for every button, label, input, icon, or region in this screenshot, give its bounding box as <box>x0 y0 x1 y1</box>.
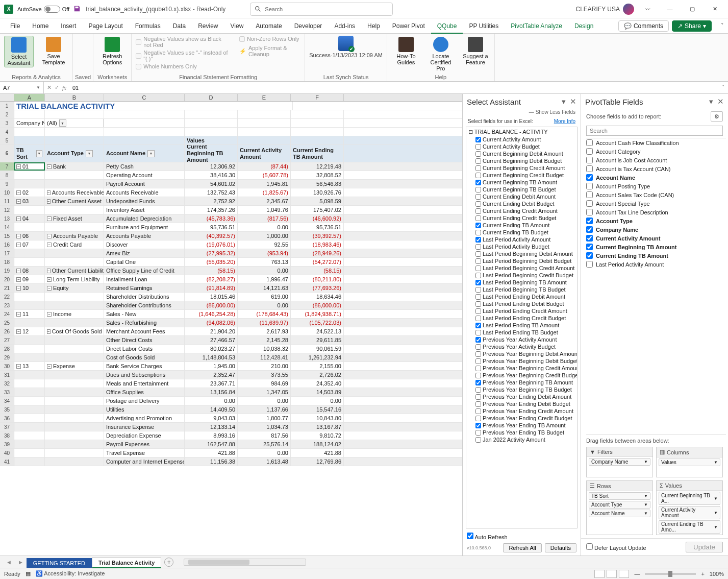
chevron-down-icon[interactable]: ▼ <box>644 460 648 464</box>
cell[interactable]: 92.55 <box>238 240 291 249</box>
cell[interactable]: (40,392.57) <box>185 232 238 240</box>
cell[interactable]: (19,076.01) <box>185 240 238 249</box>
field-tree[interactable]: ⊟ TRIAL BALANCE - ACTIVITY Current Activ… <box>466 127 578 528</box>
cell[interactable]: (11,639.97) <box>238 319 291 327</box>
cell[interactable]: 132,752.43 <box>185 188 238 197</box>
tree-field[interactable]: Jan 2022 Activity Amount <box>475 436 576 443</box>
tree-field[interactable]: Previous Year Beginning Debit Budget <box>475 357 576 365</box>
cell[interactable]: Amex Biz <box>104 249 185 257</box>
collapse-icon[interactable]: − <box>47 234 52 238</box>
pvt-field[interactable]: Current Ending TB Amount <box>586 251 726 260</box>
collapse-icon[interactable]: − <box>16 216 21 221</box>
user-account[interactable]: CLEARIFY USA <box>576 4 634 15</box>
cell[interactable]: Meals and Entertainment <box>104 379 185 388</box>
pvt-field-checkbox[interactable] <box>586 139 593 146</box>
row-header[interactable]: 5 <box>0 136 14 144</box>
sheet-nav-next[interactable]: ► <box>15 559 27 565</box>
cell[interactable] <box>45 110 104 118</box>
cell[interactable]: 13,167.87 <box>291 423 344 431</box>
cell[interactable]: −12 <box>14 327 45 335</box>
cell[interactable]: Travel Expense <box>104 449 185 457</box>
cell[interactable]: 15,547.16 <box>291 405 344 414</box>
row-header[interactable]: 40 <box>0 449 14 457</box>
row-header[interactable]: 8 <box>0 171 14 179</box>
area-item[interactable]: Current Activity Amount▼ <box>659 506 720 519</box>
cell[interactable]: −Income <box>45 310 104 318</box>
cell[interactable]: 2,345.67 <box>238 197 291 205</box>
cell[interactable] <box>291 128 344 136</box>
cell[interactable]: 27,466.57 <box>185 336 238 344</box>
cell[interactable]: Account Type▼ <box>45 145 104 162</box>
cell[interactable]: Account Name▼ <box>104 145 185 162</box>
pvt-field[interactable]: Current Activity Amount <box>586 234 726 243</box>
pvt-field[interactable]: Current Beginning TB Amount <box>586 243 726 251</box>
cell[interactable]: 10,843.80 <box>291 414 344 422</box>
zoom-in-button[interactable]: + <box>701 571 704 577</box>
cell[interactable]: 95,736.51 <box>185 223 238 231</box>
pvt-field[interactable]: Company Name <box>586 225 726 234</box>
cell[interactable]: 12,306.92 <box>185 162 238 171</box>
row-header[interactable]: 29 <box>0 353 14 361</box>
cell[interactable] <box>45 371 104 379</box>
tree-root[interactable]: ⊟ TRIAL BALANCE - ACTIVITY <box>467 128 576 136</box>
field-checkbox[interactable] <box>475 401 481 407</box>
row-header[interactable]: 34 <box>0 397 14 405</box>
cell[interactable] <box>14 336 45 344</box>
cell[interactable]: 12,133.14 <box>185 423 238 431</box>
tab-formulas[interactable]: Formulas <box>129 18 167 34</box>
cell[interactable]: Sales - New <box>104 310 185 318</box>
collapse-icon[interactable]: − <box>47 164 52 169</box>
field-checkbox[interactable] <box>475 380 481 385</box>
collapse-icon[interactable]: − <box>47 243 52 247</box>
field-checkbox[interactable] <box>475 373 481 378</box>
tab-trial-balance[interactable]: Trial Balance Activity <box>92 558 161 568</box>
cell[interactable] <box>45 405 104 414</box>
row-header[interactable]: 21 <box>0 284 14 292</box>
cell[interactable]: 38,416.30 <box>185 171 238 179</box>
cell[interactable] <box>14 171 45 179</box>
cell[interactable]: −Accounts Payable <box>45 232 104 240</box>
cell[interactable] <box>45 353 104 361</box>
row-header[interactable]: 18 <box>0 258 14 266</box>
cell[interactable]: Cost of Goods Sold <box>104 353 185 361</box>
refresh-options-button[interactable]: Refresh Options <box>97 36 127 66</box>
collapse-icon[interactable]: − <box>16 164 21 169</box>
comments-button[interactable]: 💬 Comments <box>618 20 669 32</box>
cell[interactable] <box>45 171 104 179</box>
cell[interactable]: 188,124.02 <box>291 440 344 448</box>
cell[interactable]: (80,211.80) <box>291 275 344 283</box>
area-item[interactable]: Account Name▼ <box>589 510 650 517</box>
row-header[interactable]: 22 <box>0 293 14 301</box>
row-header[interactable]: 20 <box>0 275 14 283</box>
cell[interactable]: (86,000.00) <box>185 301 238 309</box>
collapse-icon[interactable]: − <box>47 190 51 195</box>
cell[interactable] <box>45 449 104 457</box>
cell[interactable]: 95,736.51 <box>291 223 344 231</box>
tree-field[interactable]: Last Period Beginning TB Amount <box>475 279 576 286</box>
cell[interactable]: Installment Loan <box>104 275 185 283</box>
row-header[interactable]: 19 <box>0 267 14 275</box>
cell[interactable]: 25,576.14 <box>238 440 291 448</box>
cell[interactable]: −10 <box>14 284 45 292</box>
tree-field[interactable]: Current Beginning Credit Amount <box>475 164 576 172</box>
cell[interactable] <box>45 258 104 266</box>
tab-view[interactable]: View <box>224 18 250 34</box>
cell[interactable]: Accounts Payable <box>104 232 185 240</box>
cell[interactable]: −Other Current Asset <box>45 197 104 205</box>
tab-qqube[interactable]: QQube <box>431 18 463 34</box>
cell[interactable]: Payroll Account <box>104 180 185 188</box>
field-checkbox[interactable] <box>475 358 481 364</box>
howto-button[interactable]: How-To Guides <box>391 36 421 66</box>
cell[interactable]: 0.00 <box>238 397 291 405</box>
field-checkbox[interactable] <box>475 173 481 178</box>
cell[interactable] <box>45 319 104 327</box>
field-checkbox[interactable] <box>475 308 481 314</box>
zoom-out-button[interactable]: — <box>634 571 640 577</box>
field-checkbox[interactable] <box>475 294 481 300</box>
field-checkbox[interactable] <box>475 430 481 436</box>
cell[interactable]: Advertising and Promotion <box>104 414 185 422</box>
pvt-close-icon[interactable]: ✕ <box>717 97 724 106</box>
field-checkbox[interactable] <box>475 273 481 278</box>
tree-field[interactable]: Last Period Beginning Credit Amount <box>475 264 576 272</box>
area-item[interactable]: TB Sort▼ <box>589 492 650 500</box>
